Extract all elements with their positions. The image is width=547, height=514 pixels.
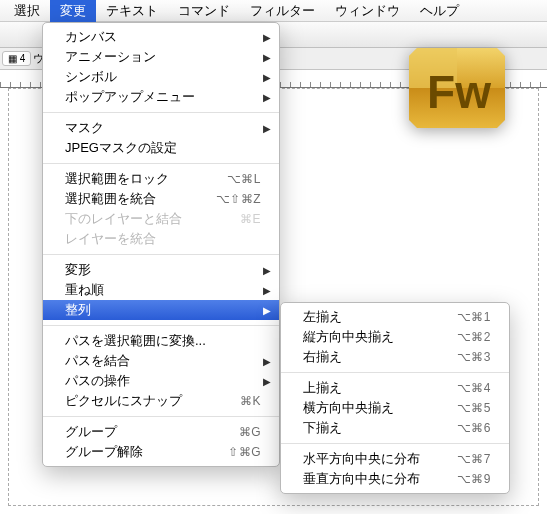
submenu-arrow-icon: ▶ bbox=[263, 285, 271, 296]
menu-separator bbox=[43, 416, 279, 417]
align-submenu-item-2-0[interactable]: 水平方向中央に分布⌥⌘7 bbox=[281, 449, 509, 469]
menu-item-label: 下のレイヤーと結合 bbox=[65, 210, 240, 228]
menu-item-shortcut: ⌥⌘2 bbox=[457, 330, 491, 344]
grid-icon: ▦ bbox=[8, 53, 17, 64]
align-submenu-item-1-1[interactable]: 横方向中央揃え⌥⌘5 bbox=[281, 398, 509, 418]
menu-item-shortcut: ⌥⇧⌘Z bbox=[216, 192, 261, 206]
modify-menu-item-1-1[interactable]: JPEGマスクの設定 bbox=[43, 138, 279, 158]
submenu-arrow-icon: ▶ bbox=[263, 32, 271, 43]
menu-item-label: 右揃え bbox=[303, 348, 457, 366]
menu-item-shortcut: ⌥⌘7 bbox=[457, 452, 491, 466]
menu-item-label: 縦方向中央揃え bbox=[303, 328, 457, 346]
menubar-item-window[interactable]: ウィンドウ bbox=[325, 0, 410, 22]
menu-item-label: レイヤーを統合 bbox=[65, 230, 261, 248]
menu-item-shortcut: ⌥⌘3 bbox=[457, 350, 491, 364]
menu-item-shortcut: ⌥⌘6 bbox=[457, 421, 491, 435]
modify-menu-item-0-2[interactable]: シンボル▶ bbox=[43, 67, 279, 87]
modify-menu-item-0-1[interactable]: アニメーション▶ bbox=[43, 47, 279, 67]
modify-menu-item-2-3: レイヤーを統合 bbox=[43, 229, 279, 249]
menu-separator bbox=[43, 254, 279, 255]
menu-item-shortcut: ⌘E bbox=[240, 212, 261, 226]
menu-item-label: 選択範囲をロック bbox=[65, 170, 227, 188]
submenu-arrow-icon: ▶ bbox=[263, 305, 271, 316]
submenu-arrow-icon: ▶ bbox=[263, 72, 271, 83]
svg-text:Fw: Fw bbox=[427, 66, 491, 118]
menu-item-shortcut: ⌥⌘L bbox=[227, 172, 261, 186]
menu-item-label: パスを選択範囲に変換... bbox=[65, 332, 261, 350]
modify-menu: カンバス▶アニメーション▶シンボル▶ポップアップメニュー▶マスク▶JPEGマスク… bbox=[42, 22, 280, 467]
align-submenu-item-0-2[interactable]: 右揃え⌥⌘3 bbox=[281, 347, 509, 367]
modify-menu-item-4-1[interactable]: パスを結合▶ bbox=[43, 351, 279, 371]
modify-menu-item-5-0[interactable]: グループ⌘G bbox=[43, 422, 279, 442]
menu-item-label: 整列 bbox=[65, 301, 261, 319]
menu-item-shortcut: ⌥⌘9 bbox=[457, 472, 491, 486]
menu-item-label: グループ解除 bbox=[65, 443, 228, 461]
align-submenu-item-1-2[interactable]: 下揃え⌥⌘6 bbox=[281, 418, 509, 438]
menu-item-shortcut: ⇧⌘G bbox=[228, 445, 261, 459]
modify-menu-item-1-0[interactable]: マスク▶ bbox=[43, 118, 279, 138]
menu-item-label: 垂直方向中央に分布 bbox=[303, 470, 457, 488]
menu-item-label: 左揃え bbox=[303, 308, 457, 326]
modify-menu-item-4-3[interactable]: ピクセルにスナップ⌘K bbox=[43, 391, 279, 411]
menu-item-label: グループ bbox=[65, 423, 239, 441]
page-count-button[interactable]: ▦ 4 bbox=[2, 51, 31, 66]
submenu-arrow-icon: ▶ bbox=[263, 356, 271, 367]
align-submenu: 左揃え⌥⌘1縦方向中央揃え⌥⌘2右揃え⌥⌘3上揃え⌥⌘4横方向中央揃え⌥⌘5下揃… bbox=[280, 302, 510, 494]
submenu-arrow-icon: ▶ bbox=[263, 123, 271, 134]
menu-separator bbox=[43, 112, 279, 113]
submenu-arrow-icon: ▶ bbox=[263, 376, 271, 387]
menu-item-shortcut: ⌘K bbox=[240, 394, 261, 408]
menu-separator bbox=[43, 163, 279, 164]
align-submenu-item-0-0[interactable]: 左揃え⌥⌘1 bbox=[281, 307, 509, 327]
menubar-item-modify[interactable]: 変更 bbox=[50, 0, 96, 22]
modify-menu-item-2-0[interactable]: 選択範囲をロック⌥⌘L bbox=[43, 169, 279, 189]
menu-item-label: シンボル bbox=[65, 68, 261, 86]
menu-item-label: 重ね順 bbox=[65, 281, 261, 299]
align-submenu-item-2-1[interactable]: 垂直方向中央に分布⌥⌘9 bbox=[281, 469, 509, 489]
fireworks-logo-icon: Fw bbox=[407, 38, 507, 138]
menubar-item-text[interactable]: テキスト bbox=[96, 0, 168, 22]
modify-menu-item-4-2[interactable]: パスの操作▶ bbox=[43, 371, 279, 391]
menu-separator bbox=[281, 372, 509, 373]
menu-item-label: カンバス bbox=[65, 28, 261, 46]
modify-menu-item-2-1[interactable]: 選択範囲を統合⌥⇧⌘Z bbox=[43, 189, 279, 209]
submenu-arrow-icon: ▶ bbox=[263, 265, 271, 276]
page-count-value: 4 bbox=[20, 53, 26, 64]
menu-item-shortcut: ⌥⌘5 bbox=[457, 401, 491, 415]
menu-item-label: 下揃え bbox=[303, 419, 457, 437]
submenu-arrow-icon: ▶ bbox=[263, 52, 271, 63]
menubar-item-select[interactable]: 選択 bbox=[4, 0, 50, 22]
modify-menu-item-3-2[interactable]: 整列▶ bbox=[43, 300, 279, 320]
menu-item-label: 変形 bbox=[65, 261, 261, 279]
modify-menu-item-3-0[interactable]: 変形▶ bbox=[43, 260, 279, 280]
menubar: 選択 変更 テキスト コマンド フィルター ウィンドウ ヘルプ bbox=[0, 0, 547, 22]
align-submenu-item-0-1[interactable]: 縦方向中央揃え⌥⌘2 bbox=[281, 327, 509, 347]
menubar-item-help[interactable]: ヘルプ bbox=[410, 0, 469, 22]
menu-item-label: 水平方向中央に分布 bbox=[303, 450, 457, 468]
menu-item-label: マスク bbox=[65, 119, 261, 137]
menu-separator bbox=[281, 443, 509, 444]
menu-separator bbox=[43, 325, 279, 326]
menu-item-label: 選択範囲を統合 bbox=[65, 190, 216, 208]
menu-item-label: 上揃え bbox=[303, 379, 457, 397]
menu-item-label: パスを結合 bbox=[65, 352, 261, 370]
menubar-item-filter[interactable]: フィルター bbox=[240, 0, 325, 22]
align-submenu-item-1-0[interactable]: 上揃え⌥⌘4 bbox=[281, 378, 509, 398]
menu-item-label: ピクセルにスナップ bbox=[65, 392, 240, 410]
modify-menu-item-0-3[interactable]: ポップアップメニュー▶ bbox=[43, 87, 279, 107]
menu-item-label: パスの操作 bbox=[65, 372, 261, 390]
submenu-arrow-icon: ▶ bbox=[263, 92, 271, 103]
menu-item-shortcut: ⌘G bbox=[239, 425, 261, 439]
menu-item-label: アニメーション bbox=[65, 48, 261, 66]
menu-item-label: JPEGマスクの設定 bbox=[65, 139, 261, 157]
modify-menu-item-5-1[interactable]: グループ解除⇧⌘G bbox=[43, 442, 279, 462]
modify-menu-item-0-0[interactable]: カンバス▶ bbox=[43, 27, 279, 47]
menubar-item-command[interactable]: コマンド bbox=[168, 0, 240, 22]
menu-item-shortcut: ⌥⌘4 bbox=[457, 381, 491, 395]
menu-item-label: 横方向中央揃え bbox=[303, 399, 457, 417]
menu-item-label: ポップアップメニュー bbox=[65, 88, 261, 106]
modify-menu-item-3-1[interactable]: 重ね順▶ bbox=[43, 280, 279, 300]
modify-menu-item-2-2: 下のレイヤーと結合⌘E bbox=[43, 209, 279, 229]
modify-menu-item-4-0[interactable]: パスを選択範囲に変換... bbox=[43, 331, 279, 351]
menu-item-shortcut: ⌥⌘1 bbox=[457, 310, 491, 324]
